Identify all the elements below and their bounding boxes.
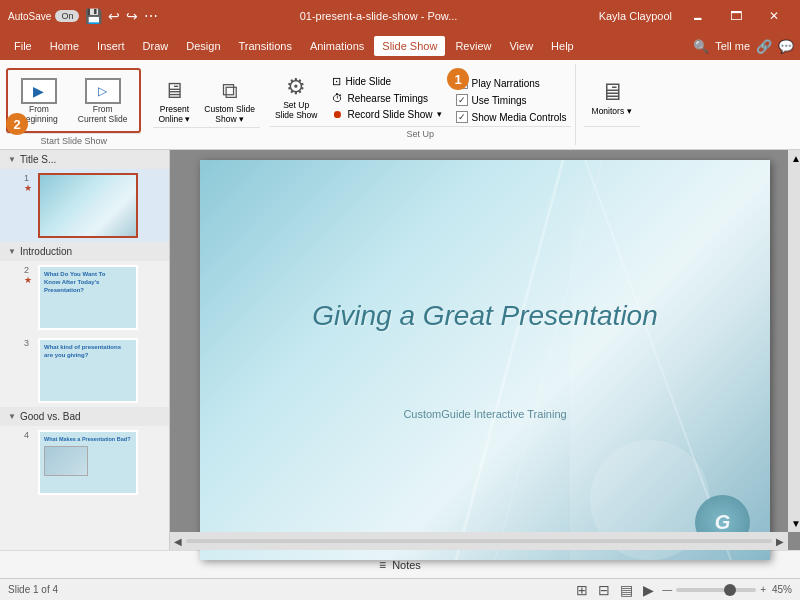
menu-file[interactable]: File — [6, 36, 40, 56]
more-icon[interactable]: ⋯ — [144, 8, 158, 24]
menu-draw[interactable]: Draw — [135, 36, 177, 56]
slide-sorter-icon[interactable]: ⊟ — [596, 580, 612, 600]
record-slideshow-label: Record Slide Show — [347, 109, 432, 120]
hide-slide-button[interactable]: ⊡ Hide Slide — [328, 74, 445, 89]
share-icon[interactable]: 🔗 — [756, 39, 772, 54]
menu-view[interactable]: View — [501, 36, 541, 56]
autosave-section: AutoSave On — [8, 10, 79, 22]
slide-number-3: 3 — [24, 338, 34, 348]
maximize-button[interactable]: 🗖 — [718, 0, 754, 32]
rehearse-timings-button[interactable]: ⏱ Rehearse Timings — [328, 91, 445, 105]
rehearse-label: Rehearse Timings — [347, 93, 428, 104]
section-introduction[interactable]: ▼ Introduction — [0, 242, 169, 261]
custom-slideshow-label: Custom SlideShow ▾ — [204, 104, 255, 124]
slide-star-2: ★ — [24, 275, 34, 285]
zoom-level: 45% — [772, 584, 792, 595]
menu-help[interactable]: Help — [543, 36, 582, 56]
section-title[interactable]: ▼ Title S... — [0, 150, 169, 169]
slide-subtitle: CustomGuide Interactive Training — [257, 408, 713, 420]
section-goodvsbad-label: Good vs. Bad — [20, 411, 81, 422]
window-controls: 🗕 🗖 ✕ — [680, 0, 792, 32]
show-media-controls-label: Show Media Controls — [472, 112, 567, 123]
slide-star-1: ★ — [24, 183, 34, 193]
monitors-button[interactable]: 🖥 Monitors ▾ — [584, 74, 640, 120]
menu-animations[interactable]: Animations — [302, 36, 372, 56]
use-timings-checkbox[interactable]: ✓ Use Timings — [452, 93, 571, 107]
menu-home[interactable]: Home — [42, 36, 87, 56]
scroll-left-button[interactable]: ◀ — [174, 536, 182, 547]
autosave-toggle[interactable]: On — [55, 10, 79, 22]
slide-thumb-3[interactable]: 3 What kind of presentationsare you givi… — [0, 334, 169, 407]
slide-star-4 — [24, 440, 34, 450]
menu-review[interactable]: Review — [447, 36, 499, 56]
slide-image-3: What kind of presentationsare you giving… — [38, 338, 138, 403]
section-arrow-1: ▼ — [8, 155, 16, 164]
play-narrations-checkbox[interactable]: ✓ Play Narrations — [452, 76, 571, 90]
start-slideshow-label: Start Slide Show — [6, 133, 141, 148]
section-title-label: Title S... — [20, 154, 56, 165]
status-right: ⊞ ⊟ ▤ ▶ — + 45% — [574, 580, 792, 600]
present-online-label: PresentOnline ▾ — [158, 104, 190, 124]
normal-view-icon[interactable]: ⊞ — [574, 580, 590, 600]
setup-slideshow-label: Set UpSlide Show — [275, 100, 318, 120]
use-timings-label: Use Timings — [472, 95, 527, 106]
record-slideshow-button[interactable]: ⏺ Record Slide Show ▾ — [328, 107, 445, 121]
menu-slideshow[interactable]: Slide Show — [374, 36, 445, 56]
monitors-label: Monitors ▾ — [592, 106, 632, 116]
ribbon: ▶ FromBeginning ▷ FromCurrent Slide 2 St… — [0, 60, 800, 150]
show-media-controls-checkbox[interactable]: ✓ Show Media Controls — [452, 110, 571, 124]
zoom-slider[interactable] — [676, 588, 756, 592]
slide-thumb-1[interactable]: 1 ★ — [0, 169, 169, 242]
comment-icon[interactable]: 💬 — [778, 39, 794, 54]
present-online-button[interactable]: 🖥 PresentOnline ▾ — [153, 72, 195, 127]
badge-1: 1 — [447, 68, 469, 90]
main-slide: Giving a Great Presentation CustomGuide … — [200, 160, 770, 560]
section-goodvsbad[interactable]: ▼ Good vs. Bad — [0, 407, 169, 426]
play-narrations-label: Play Narrations — [472, 78, 540, 89]
menu-insert[interactable]: Insert — [89, 36, 133, 56]
close-button[interactable]: ✕ — [756, 0, 792, 32]
redo-icon[interactable]: ↪ — [126, 8, 138, 24]
save-icon[interactable]: 💾 — [85, 8, 102, 24]
undo-icon[interactable]: ↩ — [108, 8, 120, 24]
from-current-slide-button[interactable]: ▷ FromCurrent Slide — [70, 74, 136, 128]
slide-number-1: 1 — [24, 173, 34, 183]
autosave-label: AutoSave — [8, 11, 51, 22]
setup-slideshow-button[interactable]: ⚙ Set UpSlide Show — [270, 72, 323, 126]
scroll-right-button[interactable]: ▶ — [776, 536, 784, 547]
slide-number-4: 4 — [24, 430, 34, 440]
scroll-down-button[interactable]: ▼ — [788, 515, 800, 532]
reading-view-icon[interactable]: ▤ — [618, 580, 635, 600]
slide-image-2: What Do You Want ToKnow After Today'sPre… — [38, 265, 138, 330]
custom-slideshow-button[interactable]: ⧉ Custom SlideShow ▾ — [199, 72, 260, 127]
h-scroll-track[interactable] — [186, 539, 772, 543]
search-icon[interactable]: 🔍 — [693, 39, 709, 54]
slide-main-title: Giving a Great Presentation — [229, 300, 742, 332]
user-name: Kayla Claypool — [599, 10, 672, 22]
menu-transitions[interactable]: Transitions — [231, 36, 300, 56]
hide-slide-label: Hide Slide — [345, 76, 391, 87]
menu-bar: File Home Insert Draw Design Transitions… — [0, 32, 800, 60]
workspace: ▼ Title S... 1 ★ ▼ Introduction 2 ★ — [0, 150, 800, 550]
menu-design[interactable]: Design — [178, 36, 228, 56]
slide-thumb-4[interactable]: 4 What Makes a Presentation Bad? — [0, 426, 169, 499]
blank-section — [153, 127, 260, 142]
vertical-scrollbar[interactable]: ▲ ▼ — [788, 150, 800, 532]
section-arrow-2: ▼ — [8, 247, 16, 256]
status-bar: Slide 1 of 4 ⊞ ⊟ ▤ ▶ — + 45% — [0, 578, 800, 600]
toolbar-icons: 💾 ↩ ↪ ⋯ — [85, 8, 158, 24]
zoom-in-button[interactable]: + — [760, 584, 766, 595]
horizontal-scrollbar[interactable]: ◀ ▶ — [170, 532, 788, 550]
badge-2: 2 — [6, 113, 28, 135]
scroll-up-button[interactable]: ▲ — [788, 150, 800, 167]
setup-section-label: Set Up — [270, 126, 571, 141]
slide-panel[interactable]: ▼ Title S... 1 ★ ▼ Introduction 2 ★ — [0, 150, 170, 550]
zoom-out-button[interactable]: — — [662, 584, 672, 595]
from-current-slide-label: FromCurrent Slide — [78, 104, 128, 124]
slide-thumb-2[interactable]: 2 ★ What Do You Want ToKnow After Today'… — [0, 261, 169, 334]
slide-info: Slide 1 of 4 — [8, 584, 58, 595]
slide-image-4: What Makes a Presentation Bad? — [38, 430, 138, 495]
slideshow-view-icon[interactable]: ▶ — [641, 580, 656, 600]
window-title: 01-present-a-slide-show - Pow... — [158, 10, 598, 22]
minimize-button[interactable]: 🗕 — [680, 0, 716, 32]
